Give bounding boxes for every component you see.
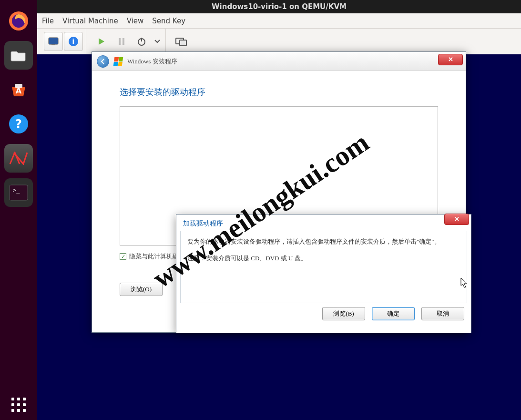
dialog-body: 要为你的驱动器安装设备驱动程序，请插入包含驱动程序文件的安装介质，然后单击"确定… — [180, 231, 467, 303]
shutdown-menu-chevron-icon[interactable] — [152, 32, 163, 51]
svg-text:A: A — [16, 86, 22, 95]
dock-terminal-icon[interactable]: >_ — [4, 178, 33, 207]
svg-rect-9 — [51, 44, 55, 45]
dock-firefox-icon[interactable] — [4, 7, 33, 35]
menu-view[interactable]: View — [127, 17, 144, 25]
dialog-browse-button[interactable]: 浏览(B) — [322, 307, 365, 320]
dialog-title: 加载驱动程序 — [176, 215, 471, 231]
dialog-line1: 要为你的驱动器安装设备驱动程序，请插入包含驱动程序文件的安装介质，然后单击"确定… — [187, 236, 460, 247]
svg-rect-17 — [180, 40, 186, 46]
hide-incompatible-checkbox[interactable]: ✓ — [120, 253, 126, 260]
details-button[interactable]: i — [64, 32, 83, 51]
ubuntu-dock: A ? >_ — [0, 0, 37, 420]
load-driver-dialog: ✕ 加载驱动程序 要为你的驱动器安装设备驱动程序，请插入包含驱动程序文件的安装介… — [176, 214, 471, 333]
back-button[interactable] — [97, 55, 109, 68]
run-button[interactable] — [92, 32, 111, 51]
dock-files-icon[interactable] — [4, 41, 33, 70]
virtmanager-toolbar: i — [37, 29, 521, 54]
dock-apps-grid-icon[interactable] — [9, 395, 28, 414]
windows-flag-icon — [113, 57, 123, 66]
menu-send-key[interactable]: Send Key — [152, 17, 185, 25]
setup-heading: 选择要安装的驱动程序 — [120, 86, 438, 98]
svg-text:?: ? — [15, 117, 22, 131]
svg-rect-8 — [49, 38, 58, 44]
dialog-cancel-button[interactable]: 取消 — [421, 307, 464, 320]
svg-text:i: i — [72, 38, 75, 45]
svg-text:>_: >_ — [13, 187, 20, 194]
svg-rect-12 — [119, 38, 121, 45]
dock-help-icon[interactable]: ? — [4, 110, 33, 138]
host-window-title: Windows10-virio-1 on QEMU/KVM — [37, 0, 521, 13]
dialog-line2: 注意：安装介质可以是 CD、DVD 或 U 盘。 — [187, 253, 460, 264]
dialog-close-button[interactable]: ✕ — [444, 214, 469, 225]
fullscreen-button[interactable] — [172, 32, 191, 51]
shutdown-button[interactable] — [132, 32, 151, 51]
dock-software-icon[interactable]: A — [4, 75, 33, 104]
setup-close-button[interactable]: ✕ — [438, 54, 463, 65]
console-button[interactable] — [44, 32, 63, 51]
mouse-cursor-icon — [460, 277, 468, 289]
dialog-ok-button[interactable]: 确定 — [372, 307, 415, 320]
svg-rect-13 — [123, 38, 124, 45]
virtmanager-menubar: File Virtual Machine View Send Key — [37, 13, 521, 29]
menu-virtual-machine[interactable]: Virtual Machine — [62, 17, 118, 25]
browse-button[interactable]: 浏览(O) — [120, 283, 163, 296]
menu-file[interactable]: File — [42, 17, 54, 25]
windows-setup-title: Windows 安装程序 — [127, 57, 177, 66]
pause-button[interactable] — [112, 32, 131, 51]
dock-virtmanager-icon[interactable] — [4, 144, 33, 173]
windows-setup-titlebar: Windows 安装程序 ✕ — [92, 52, 466, 71]
